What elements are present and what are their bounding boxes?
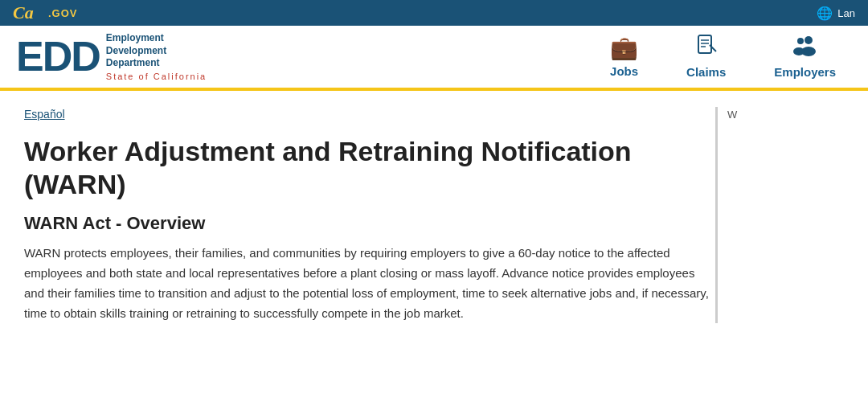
globe-icon: 🌐 [817,6,833,21]
nav-claims[interactable]: Claims [686,34,726,79]
section-title: WARN Act - Overview [24,213,715,234]
espanol-link[interactable]: Español [24,108,65,121]
employers-label: Employers [774,65,836,79]
claims-icon [695,34,718,62]
top-bar-right: 🌐 Lan [817,6,855,21]
sidebar-hint: W [727,109,737,121]
site-header: EDD Employment Development Department St… [0,26,868,91]
top-bar-left: Ca .GOV [13,4,78,23]
dept-line3: Department [106,57,207,70]
main-content: Español Worker Adjustment and Retraining… [24,107,715,324]
section-body: WARN protects employees, their families,… [24,244,715,323]
svg-point-6 [805,36,813,44]
main-nav: 💼 Jobs Claims [209,34,852,79]
edd-logo[interactable]: EDD Employment Development Department St… [16,32,209,81]
ca-logo: Ca [13,4,43,23]
svg-text:Ca: Ca [13,4,34,22]
jobs-label: Jobs [610,64,638,78]
page-content: Español Worker Adjustment and Retraining… [0,91,868,340]
ca-gov-text: .GOV [48,7,78,19]
edd-letters: EDD [16,35,100,77]
claims-label: Claims [686,65,726,79]
svg-point-8 [797,38,804,44]
state-label: State of California [106,72,207,81]
nav-jobs[interactable]: 💼 Jobs [610,35,638,78]
dept-line1: Employment [106,32,207,45]
nav-employers[interactable]: Employers [774,34,836,79]
top-bar: Ca .GOV 🌐 Lan [0,0,868,26]
jobs-icon: 💼 [610,35,638,61]
page-title: Worker Adjustment and Retraining Notific… [24,135,715,201]
lang-label[interactable]: Lan [837,7,855,19]
dept-line2: Development [106,45,207,58]
svg-rect-1 [698,35,711,53]
right-sidebar: W [715,107,844,324]
edd-text-block: Employment Development Department State … [106,32,207,81]
svg-point-9 [793,47,805,55]
employers-icon [791,34,820,62]
